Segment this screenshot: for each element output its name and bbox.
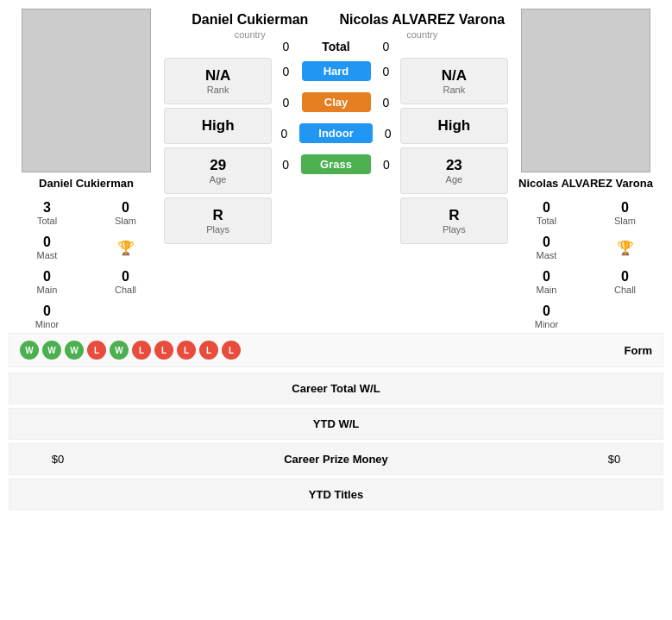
stats-row-3: YTD Titles bbox=[9, 479, 663, 510]
right-country-flag: country bbox=[336, 29, 509, 40]
left-country-flag: country bbox=[164, 29, 336, 40]
right-total-cell: 0 Total bbox=[508, 197, 585, 229]
right-rank-lbl: Rank bbox=[408, 85, 500, 95]
right-player-section: Nicolas ALVAREZ Varona 0 Total 0 Slam 0 … bbox=[508, 9, 663, 333]
right-rank-val: N/A bbox=[408, 67, 500, 85]
form-badge-0: W bbox=[20, 341, 39, 360]
right-total-value: 0 bbox=[510, 200, 583, 216]
left-main-label: Main bbox=[10, 285, 84, 295]
form-section: WWWLWLLLLL Form bbox=[9, 333, 663, 367]
left-total-value: 3 bbox=[10, 200, 84, 216]
stats-label-2: Career Prize Money bbox=[92, 453, 580, 466]
center-section: Daniel Cukierman country Nicolas ALVAREZ… bbox=[164, 9, 508, 333]
right-total-label: Total bbox=[510, 216, 583, 226]
hard-right: 0 bbox=[378, 65, 395, 78]
left-name-text: Daniel Cukierman bbox=[164, 12, 336, 28]
left-age-val: 29 bbox=[172, 157, 264, 174]
right-main-label: Main bbox=[510, 285, 583, 295]
right-trophy-cell: 🏆 bbox=[587, 231, 663, 264]
hard-button[interactable]: Hard bbox=[302, 61, 371, 81]
right-age-val: 23 bbox=[408, 157, 500, 174]
right-main-cell: 0 Main bbox=[508, 266, 585, 298]
left-mast-label: Mast bbox=[10, 250, 84, 260]
total-left-score: 0 bbox=[278, 40, 295, 53]
comparison-section: Daniel Cukierman 3 Total 0 Slam 0 Mast 🏆 bbox=[9, 9, 663, 333]
left-detail-boxes: N/A Rank High 29 Age R Plays bbox=[164, 58, 272, 244]
left-minor-label: Minor bbox=[10, 319, 84, 329]
left-slam-cell: 0 Slam bbox=[87, 197, 164, 229]
right-plays-box: R Plays bbox=[400, 197, 508, 244]
right-mast-cell: 0 Mast bbox=[508, 231, 585, 264]
clay-right: 0 bbox=[378, 96, 395, 110]
form-badge-3: L bbox=[87, 341, 106, 360]
stats-row-0: Career Total W/L bbox=[9, 373, 663, 404]
left-trophy-cell: 🏆 bbox=[87, 231, 164, 264]
form-badges: WWWLWLLLLL bbox=[20, 341, 241, 360]
right-name-text: Nicolas ALVAREZ Varona bbox=[336, 12, 509, 28]
hard-left: 0 bbox=[278, 65, 295, 78]
right-player-name: Nicolas ALVAREZ Varona bbox=[518, 177, 653, 190]
right-minor-label: Minor bbox=[510, 319, 583, 329]
left-total-label: Total bbox=[10, 216, 84, 226]
stats-row-2: $0Career Prize Money$0 bbox=[9, 443, 663, 475]
right-player-photo bbox=[521, 9, 650, 172]
indoor-left: 0 bbox=[275, 127, 292, 141]
left-age-lbl: Age bbox=[172, 174, 264, 185]
form-badge-7: L bbox=[177, 341, 196, 360]
form-badge-2: W bbox=[65, 341, 84, 360]
stats-row-1: YTD W/L bbox=[9, 408, 663, 440]
right-name-header: Nicolas ALVAREZ Varona country bbox=[336, 12, 509, 40]
right-main-value: 0 bbox=[510, 269, 583, 285]
left-rank-lbl: Rank bbox=[172, 85, 264, 95]
right-slam-label: Slam bbox=[588, 216, 662, 226]
clay-button[interactable]: Clay bbox=[302, 92, 371, 112]
right-plays-lbl: Plays bbox=[408, 224, 500, 235]
names-row: Daniel Cukierman country Nicolas ALVAREZ… bbox=[164, 9, 508, 40]
indoor-button[interactable]: Indoor bbox=[299, 123, 372, 143]
surface-area: 0 Total 0 N/A Rank High bbox=[164, 40, 508, 249]
surface-buttons-col: 0 Hard 0 0 Clay 0 0 Indoor 0 bbox=[275, 58, 396, 244]
right-rank-box: N/A Rank bbox=[400, 58, 508, 104]
form-badge-5: L bbox=[132, 341, 151, 360]
grass-line: 0 Grass 0 bbox=[277, 154, 395, 174]
left-rank-val: N/A bbox=[172, 67, 264, 85]
left-mast-cell: 0 Mast bbox=[9, 231, 85, 264]
grass-button[interactable]: Grass bbox=[301, 154, 371, 174]
left-total-cell: 3 Total bbox=[9, 197, 85, 229]
left-player-stats: 3 Total 0 Slam 0 Mast 🏆 0 Main bbox=[9, 197, 164, 333]
grass-left: 0 bbox=[277, 158, 294, 172]
right-high-val: High bbox=[408, 117, 500, 135]
form-badge-6: L bbox=[154, 341, 173, 360]
right-mast-label: Mast bbox=[510, 250, 583, 260]
left-plays-val: R bbox=[172, 207, 264, 224]
stats-label-3: YTD Titles bbox=[92, 488, 580, 501]
right-age-lbl: Age bbox=[408, 174, 500, 185]
right-chall-cell: 0 Chall bbox=[587, 266, 663, 298]
right-trophy-icon: 🏆 bbox=[617, 240, 634, 256]
left-high-val: High bbox=[172, 117, 264, 135]
right-plays-val: R bbox=[408, 207, 500, 224]
stats-label-1: YTD W/L bbox=[92, 417, 580, 430]
right-player-stats: 0 Total 0 Slam 0 Mast 🏆 0 Main bbox=[508, 197, 663, 333]
grass-right: 0 bbox=[378, 158, 395, 172]
stats-right-2: $0 bbox=[580, 453, 649, 466]
right-chall-value: 0 bbox=[588, 269, 662, 285]
right-slam-cell: 0 Slam bbox=[587, 197, 663, 229]
clay-left: 0 bbox=[278, 96, 295, 110]
left-minor-value: 0 bbox=[10, 304, 84, 319]
left-plays-lbl: Plays bbox=[172, 224, 264, 235]
stats-left-2: $0 bbox=[23, 453, 92, 466]
total-label: Total bbox=[302, 40, 371, 53]
total-right-score: 0 bbox=[378, 40, 395, 53]
left-name-header: Daniel Cukierman country bbox=[164, 12, 336, 40]
total-row: 0 Total 0 bbox=[278, 40, 395, 53]
indoor-right: 0 bbox=[380, 127, 397, 141]
form-badge-9: L bbox=[222, 341, 241, 360]
right-slam-value: 0 bbox=[588, 200, 662, 216]
left-chall-cell: 0 Chall bbox=[87, 266, 164, 298]
right-chall-label: Chall bbox=[588, 285, 662, 295]
left-main-cell: 0 Main bbox=[9, 266, 85, 298]
left-rank-box: N/A Rank bbox=[164, 58, 272, 104]
left-trophy-icon: 🏆 bbox=[117, 240, 135, 256]
form-badge-8: L bbox=[199, 341, 218, 360]
